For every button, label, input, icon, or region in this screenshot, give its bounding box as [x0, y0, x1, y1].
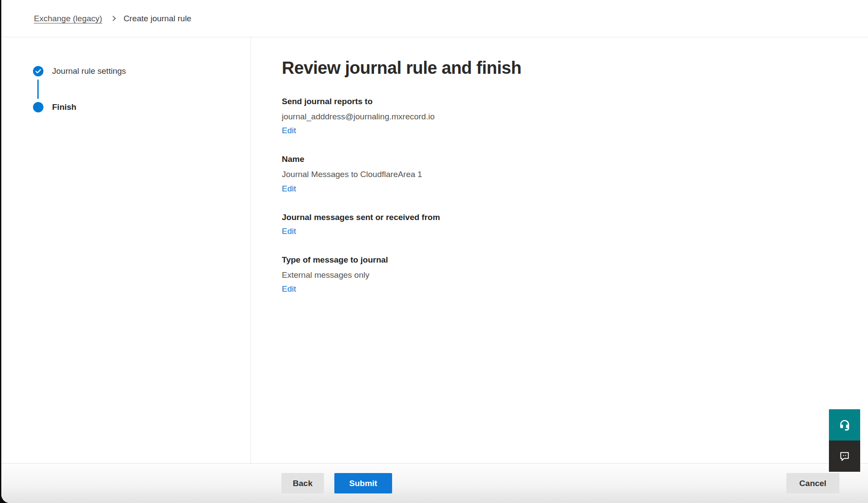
app-window: Exchange (legacy) Create journal rule Jo…: [1, 0, 868, 503]
wizard-step-label: Finish: [52, 102, 76, 112]
edit-journal-messages-from-link[interactable]: Edit: [282, 227, 296, 236]
breadcrumb-link-exchange-legacy[interactable]: Exchange (legacy): [34, 14, 102, 23]
wizard-step-finish[interactable]: Finish: [33, 102, 251, 112]
review-section-name: Name Journal Messages to CloudflareArea …: [282, 154, 842, 193]
wizard-step-journal-rule-settings[interactable]: Journal rule settings: [33, 66, 251, 76]
review-section-journal-messages-from: Journal messages sent or received from E…: [282, 212, 842, 237]
review-panel: Review journal rule and finish Send jour…: [251, 37, 868, 463]
edit-name-link[interactable]: Edit: [282, 184, 296, 194]
step-connector-line: [37, 79, 39, 99]
back-button[interactable]: Back: [281, 473, 324, 493]
section-label: Name: [282, 154, 842, 165]
current-step-dot-icon: [33, 102, 43, 112]
journal-report-address-value: journal_adddress@journaling.mxrecord.io: [282, 111, 842, 122]
wizard-step-label: Journal rule settings: [52, 66, 126, 76]
wizard-layout: Journal rule settings Finish Review jour…: [1, 37, 868, 463]
help-support-button[interactable]: [829, 409, 860, 441]
breadcrumb: Exchange (legacy) Create journal rule: [1, 0, 868, 37]
review-section-send-journal-reports-to: Send journal reports to journal_adddress…: [282, 96, 842, 135]
check-circle-icon: [33, 66, 43, 76]
page-title: Review journal rule and finish: [282, 58, 842, 78]
footer-action-bar: Back Submit Cancel: [1, 463, 868, 503]
cancel-button[interactable]: Cancel: [786, 473, 839, 493]
edit-send-journal-reports-link[interactable]: Edit: [282, 126, 296, 135]
headset-icon: [838, 418, 851, 431]
feedback-button[interactable]: [829, 441, 860, 472]
floating-button-stack: [829, 409, 860, 472]
breadcrumb-current-page: Create journal rule: [123, 14, 191, 23]
edit-message-type-link[interactable]: Edit: [282, 284, 296, 294]
section-label: Journal messages sent or received from: [282, 212, 842, 223]
feedback-icon: [838, 450, 851, 462]
chevron-right-icon: [111, 16, 116, 21]
message-type-value: External messages only: [282, 270, 842, 281]
rule-name-value: Journal Messages to CloudflareArea 1: [282, 169, 842, 180]
submit-button[interactable]: Submit: [334, 473, 392, 493]
wizard-steps-sidebar: Journal rule settings Finish: [1, 37, 251, 463]
section-label: Send journal reports to: [282, 96, 842, 107]
review-section-message-type: Type of message to journal External mess…: [282, 254, 842, 294]
section-label: Type of message to journal: [282, 254, 842, 266]
